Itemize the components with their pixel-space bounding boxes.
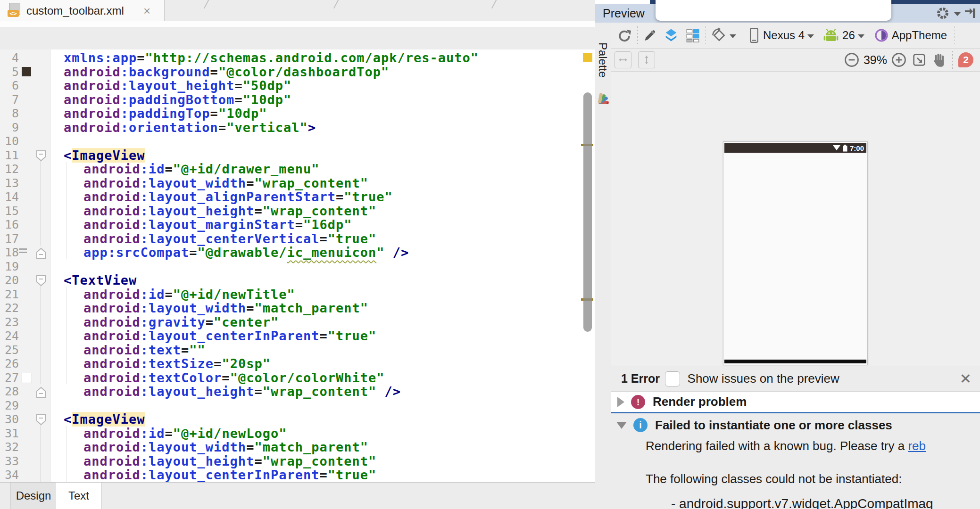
code-line-20[interactable]: 20<TextView [0, 273, 595, 287]
show-issues-label[interactable]: Show issues on the preview [688, 371, 839, 386]
fold-marker-start[interactable] [36, 275, 46, 287]
match-height-button[interactable] [638, 51, 655, 68]
code-line-31[interactable]: 31android:id="@+id/newLogo" [0, 427, 595, 441]
tab-text[interactable]: Text [56, 483, 102, 509]
code-line-29[interactable]: 29 [0, 399, 595, 413]
code-line-13[interactable]: 13android:layout_width="wrap_content" [0, 176, 595, 190]
match-width-button[interactable] [615, 51, 631, 68]
code-line-11[interactable]: 11<ImageView [0, 148, 595, 163]
gutter-color-preview[interactable] [22, 373, 32, 383]
device-phone-icon[interactable] [748, 27, 760, 43]
orientation-dropdown-caret[interactable] [730, 34, 736, 38]
gear-icon[interactable] [936, 6, 950, 20]
api-dropdown-caret[interactable] [858, 34, 864, 38]
code-text: android:background="@color/dashboardTop" [64, 65, 389, 79]
code-text: android:layout_height="wrap_content" [83, 204, 376, 218]
pencil-icon[interactable] [642, 28, 657, 43]
line-number: 11 [0, 148, 19, 163]
error-stripe-warning-square[interactable] [583, 53, 592, 62]
collapsed-triangle-icon[interactable] [617, 397, 624, 407]
toolbar-separator [952, 51, 953, 69]
pan-hand-icon[interactable] [932, 52, 947, 67]
zoom-out-icon[interactable] [844, 52, 860, 68]
zoom-in-icon[interactable] [891, 52, 907, 68]
issue-detail-line: The following classes could not be insta… [646, 472, 902, 486]
hide-panel-icon[interactable] [964, 7, 976, 20]
code-text: android:layout_marginStart="16dp" [83, 218, 352, 232]
code-line-17[interactable]: 17android:layout_centerVertical="true" [0, 232, 595, 246]
gutter-color-preview[interactable] [22, 67, 31, 76]
code-line-19[interactable]: 19 [0, 260, 595, 274]
code-line-33[interactable]: 33android:layout_height="wrap_content" [0, 454, 595, 468]
theme-selector-label[interactable]: AppTheme [892, 29, 947, 42]
code-line-18[interactable]: 18app:srcCompat="@drawable/ic_menuicon" … [0, 246, 595, 260]
window-chrome-slash [333, 0, 339, 8]
tab-close-icon[interactable]: × [143, 4, 150, 18]
tab-custom-toolbar-xml[interactable]: <> custom_toolbar.xml × [0, 0, 165, 21]
code-line-26[interactable]: 26android:textSize="20sp" [0, 357, 595, 371]
issue-row-render-problem[interactable]: ! Render problem [611, 392, 980, 413]
code-line-6[interactable]: 6android:layout_height="50dp" [0, 79, 595, 93]
code-text: android:textColor="@color/colorWhite" [83, 371, 384, 385]
code-line-5[interactable]: 5android:background="@color/dashboardTop… [0, 65, 595, 79]
code-line-16[interactable]: 16android:layout_marginStart="16dp" [0, 218, 595, 232]
line-number: 5 [0, 65, 19, 79]
preview-variants-icon[interactable] [685, 27, 701, 43]
gutter-mark [19, 248, 27, 250]
api-level-label[interactable]: 26 [842, 29, 855, 42]
device-selector-label[interactable]: Nexus 4 [763, 29, 805, 42]
fold-marker-end[interactable] [36, 386, 46, 398]
code-line-10[interactable]: 10 [0, 134, 595, 148]
refresh-icon[interactable] [616, 27, 632, 43]
code-line-24[interactable]: 24android:layout_centerInParent="true" [0, 329, 595, 343]
gutter-mark [19, 252, 27, 253]
tab-design[interactable]: Design [10, 483, 57, 509]
android-api-icon[interactable] [822, 28, 839, 43]
code-line-30[interactable]: 30<ImageView [0, 412, 595, 427]
render-error-badge[interactable]: 2 [958, 52, 973, 67]
code-text: android:layout_height="wrap_content" /> [83, 385, 401, 399]
window-chrome-slash [491, 0, 497, 8]
zoom-fit-icon[interactable] [912, 52, 927, 67]
line-number: 9 [0, 121, 19, 135]
code-line-7[interactable]: 7android:paddingBottom="10dp" [0, 93, 595, 107]
code-line-9[interactable]: 9android:orientation="vertical"> [0, 121, 595, 135]
orientation-icon[interactable] [711, 27, 728, 44]
code-line-8[interactable]: 8android:paddingTop="10dp" [0, 107, 595, 121]
code-line-27[interactable]: 27android:textColor="@color/colorWhite" [0, 371, 595, 385]
preview-canvas[interactable]: 7:00 [611, 72, 980, 366]
code-line-34[interactable]: 34android:layout_centerInParent="true" [0, 468, 595, 482]
theme-icon[interactable] [874, 28, 889, 43]
code-line-4[interactable]: 4xmlns:app="http://schemas.android.com/a… [0, 51, 595, 65]
device-dropdown-caret[interactable] [807, 34, 814, 38]
code-text: android:id="@+id/drawer_menu" [83, 162, 319, 176]
rebuild-link[interactable]: reb [908, 439, 926, 453]
code-line-25[interactable]: 25android:text="" [0, 343, 595, 357]
palette-tool-button[interactable]: Palette [595, 23, 611, 509]
fold-marker-start[interactable] [36, 150, 46, 162]
layers-icon[interactable] [663, 27, 679, 43]
status-bar-time: 7:00 [850, 144, 864, 152]
code-line-14[interactable]: 14android:layout_alignParentStart="true" [0, 190, 595, 204]
line-number: 24 [0, 329, 19, 343]
fold-marker-end[interactable] [36, 247, 46, 259]
code-line-15[interactable]: 15android:layout_height="wrap_content" [0, 204, 595, 218]
failed-class-item: - android.support.v7.widget.AppCompatIma… [671, 496, 933, 509]
code-line-22[interactable]: 22android:layout_width="match_parent" [0, 301, 595, 315]
gear-dropdown-caret[interactable] [954, 12, 961, 16]
code-editor[interactable]: 4xmlns:app="http://schemas.android.com/a… [0, 49, 595, 482]
code-line-21[interactable]: 21android:id="@+id/newTitle" [0, 287, 595, 302]
show-issues-checkbox[interactable] [665, 371, 680, 386]
preview-panel-title: Preview [603, 7, 645, 20]
fold-marker-start[interactable] [36, 414, 46, 426]
code-line-12[interactable]: 12android:id="@+id/drawer_menu" [0, 162, 595, 176]
line-number: 26 [0, 357, 19, 371]
issue-row-failed-instantiate[interactable]: i Failed to instantiate one or more clas… [611, 415, 980, 435]
editor-scrollbar-thumb[interactable] [583, 92, 592, 332]
code-line-28[interactable]: 28android:layout_height="wrap_content" /… [0, 385, 595, 399]
code-line-23[interactable]: 23android:gravity="center" [0, 315, 595, 329]
code-text: android:gravity="center" [83, 315, 279, 329]
code-line-32[interactable]: 32android:layout_width="match_parent" [0, 440, 595, 454]
expanded-triangle-icon[interactable] [616, 422, 627, 429]
close-issues-icon[interactable]: ✕ [960, 370, 972, 387]
